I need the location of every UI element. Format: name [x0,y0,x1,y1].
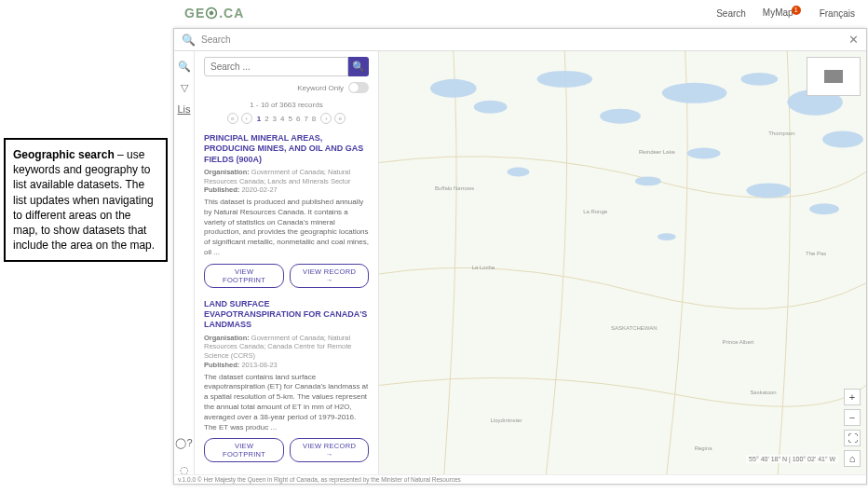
result-desc: This dataset is produced and published a… [204,198,369,258]
svg-text:Buffalo Narrows: Buffalo Narrows [435,185,474,191]
header-search-link[interactable]: Search [716,8,746,19]
svg-point-14 [658,233,676,240]
home-button[interactable]: ⌂ [844,450,861,467]
svg-text:La Ronge: La Ronge [583,209,608,214]
callout-title: Geographic search [13,148,115,161]
main-frame: 🔍 Search ✕ 🔍 ▽ Lis ◯? ◌ 🔍 Keyword Only 1… [173,28,867,485]
pagination: « ‹ 12345678 › » [204,113,369,124]
view-record-button[interactable]: VIEW RECORD → [290,438,369,462]
result-org: Organisation: Government of Canada; Natu… [204,168,369,186]
svg-text:SASKATCHEWAN: SASKATCHEWAN [611,325,657,331]
pager-first[interactable]: « [227,113,238,124]
fullscreen-button[interactable]: ⛶ [844,430,861,446]
pager-page[interactable]: 7 [302,115,309,123]
records-count: 1 - 10 of 3663 records [204,101,369,109]
rail-filter-icon[interactable]: ▽ [181,82,188,94]
svg-point-11 [746,183,791,198]
minimap[interactable] [807,57,861,96]
svg-text:Regina: Regina [695,445,713,451]
svg-text:La Loche: La Loche [472,265,495,270]
results-panel: 🔍 Keyword Only 1 - 10 of 3663 records « … [195,51,379,484]
rail-help-icon[interactable]: ◯? [175,437,192,449]
pager-next[interactable]: › [320,113,332,124]
search-box: 🔍 [204,57,369,76]
footer: v.1.0.0 © Her Majesty the Queen in Right… [174,474,866,484]
keyword-only-toggle[interactable] [348,82,369,93]
view-record-button[interactable]: VIEW RECORD → [290,264,369,288]
result-desc: The dataset contains land surface evapot… [204,373,369,433]
header-links: Search MyMap1 Français [716,7,855,19]
rail-list-icon[interactable]: Lis [177,103,190,115]
svg-point-1 [430,79,477,98]
callout-body: – use keywords and geography to list ava… [13,148,155,252]
result-item: PRINCIPAL MINERAL AREAS, PRODUCING MINES… [204,133,369,288]
close-icon[interactable]: ✕ [848,33,859,47]
pager-last[interactable]: » [334,113,346,124]
search-button[interactable]: 🔍 [348,57,369,76]
result-published: Published: 2013-08-23 [204,361,369,370]
pager-page[interactable]: 5 [287,115,294,123]
logo: GE⦿.CA [184,6,244,21]
map-canvas: Buffalo Narrows La Loche SASKATCHEWAN Pr… [379,51,866,474]
result-published: Published: 2020-02-27 [204,185,369,195]
pager-page[interactable]: 1 [255,115,263,123]
pager-page[interactable]: 2 [263,115,270,123]
mymap-badge: 1 [792,6,801,15]
pager-page[interactable]: 8 [310,115,318,123]
keyword-only-label: Keyword Only [297,84,344,92]
map-controls: + − ⛶ ⌂ [844,389,861,467]
view-footprint-button[interactable]: VIEW FOOTPRINT [204,438,284,462]
svg-point-10 [635,176,661,185]
svg-text:Lloydminster: Lloydminster [491,418,522,423]
svg-point-3 [536,71,592,88]
svg-point-2 [474,101,508,114]
pager-page[interactable]: 3 [271,115,278,123]
result-item: LAND SURFACE EVAPOTRANSPIRATION FOR CANA… [204,299,369,463]
search-input[interactable] [204,57,348,76]
svg-point-9 [687,148,721,159]
left-rail: 🔍 ▽ Lis ◯? ◌ [174,51,195,484]
zoom-in-button[interactable]: + [844,389,861,405]
keyword-only-row: Keyword Only [204,82,369,93]
svg-text:Prince Albert: Prince Albert [723,339,754,345]
svg-point-8 [822,131,863,148]
result-org: Organisation: Government of Canada; Natu… [204,334,369,361]
pager-page[interactable]: 4 [278,115,286,123]
result-title[interactable]: PRINCIPAL MINERAL AREAS, PRODUCING MINES… [204,133,369,165]
pager-prev[interactable]: ‹ [241,113,252,124]
searchbar-title: Search [201,34,848,45]
annotation-callout: Geographic search – use keywords and geo… [4,138,168,262]
zoom-out-button[interactable]: − [844,409,861,426]
svg-text:Reindeer Lake: Reindeer Lake [639,149,676,155]
result-title[interactable]: LAND SURFACE EVAPOTRANSPIRATION FOR CANA… [204,299,369,331]
header-lang-link[interactable]: Français [820,8,855,19]
svg-point-6 [740,73,778,86]
map[interactable]: Buffalo Narrows La Loche SASKATCHEWAN Pr… [379,51,866,474]
svg-text:Thompson: Thompson [768,130,794,136]
svg-point-12 [809,203,839,214]
rail-search-icon[interactable]: 🔍 [178,61,191,73]
svg-text:Saskatoon: Saskatoon [750,390,776,395]
svg-point-13 [508,167,530,176]
search-icon: 🔍 [182,34,196,47]
header-mymap-link[interactable]: MyMap1 [763,7,803,19]
map-coords: 55° 40' 18" N | 100° 02' 41" W [746,455,838,463]
svg-point-4 [600,109,641,124]
svg-point-5 [662,83,727,103]
searchbar: 🔍 Search ✕ [174,29,866,51]
app-header: GE⦿.CA Search MyMap1 Français [173,0,868,26]
svg-text:The Pas: The Pas [806,251,826,256]
view-footprint-button[interactable]: VIEW FOOTPRINT [204,264,284,288]
